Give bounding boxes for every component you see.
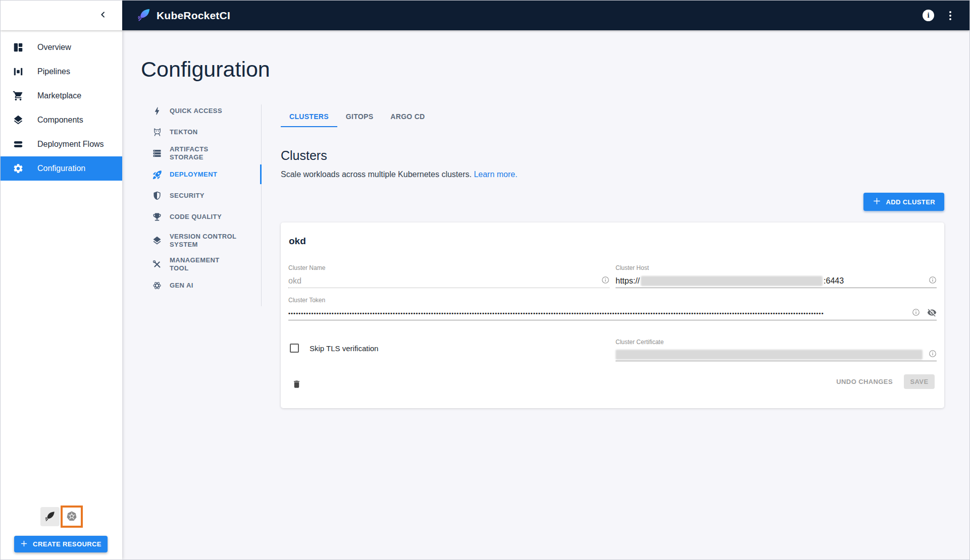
shield-icon: [151, 191, 163, 201]
pipelines-icon: [12, 66, 24, 78]
confignav-item-management-tool[interactable]: MANAGEMENT TOOL: [151, 254, 254, 275]
create-resource-button[interactable]: CREATE RESOURCE: [14, 536, 108, 552]
plus-icon: [873, 197, 881, 207]
page-title: Configuration: [141, 57, 270, 82]
storage-icon: [151, 148, 163, 158]
add-cluster-row: ADD CLUSTER: [281, 193, 944, 211]
section-description: Scale workloads across multiple Kubernet…: [281, 170, 944, 179]
dashboard-icon: [12, 41, 24, 53]
sidebar-item-deployment-flows[interactable]: Deployment Flows: [1, 132, 122, 156]
tab-clusters[interactable]: CLUSTERS: [281, 105, 337, 127]
confignav-item-deployment[interactable]: DEPLOYMENT: [151, 164, 254, 185]
tekton-cat-icon: [151, 127, 163, 138]
redacted-host-value: [641, 276, 823, 286]
layers-icon: [151, 236, 163, 246]
tab-argo-cd[interactable]: ARGO CD: [382, 105, 433, 127]
confignav-item-version-control-system[interactable]: VERSION CONTROL SYSTEM: [151, 228, 254, 254]
app-logo-rocket-icon: [137, 8, 151, 24]
card-actions: UNDO CHANGES SAVE: [836, 374, 935, 389]
cluster-host-input[interactable]: https://: [616, 276, 640, 286]
info-icon: i: [927, 11, 929, 20]
cluster-token-input[interactable]: ••••••••••••••••••••••••••••••••••••••••…: [288, 310, 910, 316]
header-actions: i: [923, 9, 969, 22]
sidebar-item-configuration[interactable]: Configuration: [1, 156, 122, 181]
gen-ai-icon: [151, 281, 163, 291]
content-area: CLUSTERS GITOPS ARGO CD Clusters Scale w…: [281, 105, 944, 408]
cluster-name-field: Cluster Name okd: [288, 264, 609, 288]
kubernetes-highlight-box: [61, 506, 83, 528]
sidebar: Overview Pipelines Marketplace Component…: [1, 30, 122, 559]
kubernetes-view-button[interactable]: [63, 508, 81, 526]
sidebar-item-components[interactable]: Components: [1, 108, 122, 132]
confignav-item-artifacts-storage[interactable]: ARTIFACTS STORAGE: [151, 143, 254, 164]
sidebar-header: [1, 1, 122, 30]
app-header: KubeRocketCI i: [122, 1, 969, 30]
confignav-item-security[interactable]: SECURITY: [151, 185, 254, 206]
cluster-card-title: okd: [289, 236, 306, 247]
confignav-item-tekton[interactable]: TEKTON: [151, 122, 254, 143]
sidebar-item-overview[interactable]: Overview: [1, 35, 122, 60]
tab-gitops[interactable]: GITOPS: [337, 105, 382, 127]
cluster-certificate-field: Cluster Certificate: [616, 339, 937, 361]
info-icon: [912, 308, 920, 318]
cluster-host-field: Cluster Host https:// :6443: [616, 264, 937, 288]
learn-more-link[interactable]: Learn more.: [474, 170, 517, 179]
save-button[interactable]: SAVE: [904, 374, 935, 389]
sidebar-nav: Overview Pipelines Marketplace Component…: [1, 30, 122, 181]
sidebar-item-pipelines[interactable]: Pipelines: [1, 60, 122, 84]
delete-cluster-button[interactable]: [292, 379, 301, 390]
info-button[interactable]: i: [923, 10, 934, 21]
cart-icon: [12, 90, 24, 102]
cluster-token-info-button[interactable]: [912, 308, 920, 318]
layers-icon: [12, 114, 24, 126]
cluster-name-input[interactable]: okd: [288, 276, 301, 286]
tab-bar: CLUSTERS GITOPS ARGO CD: [281, 105, 944, 127]
cluster-certificate-info-button[interactable]: [929, 350, 937, 359]
trophy-icon: [151, 212, 163, 222]
skip-tls-row: Skip TLS verification: [290, 344, 378, 353]
info-icon: [929, 350, 937, 359]
toggle-token-visibility-button[interactable]: [927, 308, 937, 319]
confignav-item-code-quality[interactable]: CODE QUALITY: [151, 206, 254, 228]
bolt-icon: [151, 106, 163, 116]
main-content: Configuration QUICK ACCESS TEKTON: [122, 30, 969, 559]
undo-changes-button[interactable]: UNDO CHANGES: [836, 378, 893, 385]
flows-icon: [12, 138, 24, 150]
skip-tls-checkbox[interactable]: [290, 344, 299, 353]
sidebar-item-marketplace[interactable]: Marketplace: [1, 84, 122, 108]
info-icon: [929, 276, 937, 286]
cluster-host-info-button[interactable]: [929, 276, 937, 286]
section-heading: Clusters: [281, 148, 944, 163]
confignav-item-gen-ai[interactable]: GEN AI: [151, 275, 254, 296]
confignav-item-quick-access[interactable]: QUICK ACCESS: [151, 100, 254, 122]
gear-icon: [12, 162, 24, 175]
overflow-menu-button[interactable]: [947, 9, 953, 22]
cluster-name-info-button[interactable]: [601, 276, 609, 286]
chevron-left-icon: [99, 11, 107, 20]
trash-icon: [292, 383, 301, 390]
tools-icon: [151, 259, 163, 269]
plus-icon: [20, 540, 28, 549]
kubernetes-icon: [66, 510, 78, 524]
info-icon: [601, 276, 609, 286]
configuration-nav: QUICK ACCESS TEKTON A: [151, 100, 254, 296]
app-title: KubeRocketCI: [157, 10, 230, 22]
confignav-active-indicator: [260, 164, 262, 184]
confignav-divider: [261, 104, 262, 306]
kuberocketci-view-button[interactable]: [40, 507, 60, 526]
rocket-icon: [151, 170, 163, 180]
sidebar-tools: [40, 506, 83, 528]
cluster-card: okd Cluster Name okd Cluster Host: [281, 222, 944, 408]
add-cluster-button[interactable]: ADD CLUSTER: [863, 193, 944, 211]
cluster-token-field: Cluster Token ••••••••••••••••••••••••••…: [288, 297, 937, 320]
redacted-certificate-value: [616, 350, 923, 360]
collapse-sidebar-button[interactable]: [99, 11, 107, 20]
eye-off-icon: [927, 308, 937, 319]
feather-icon: [44, 511, 56, 523]
